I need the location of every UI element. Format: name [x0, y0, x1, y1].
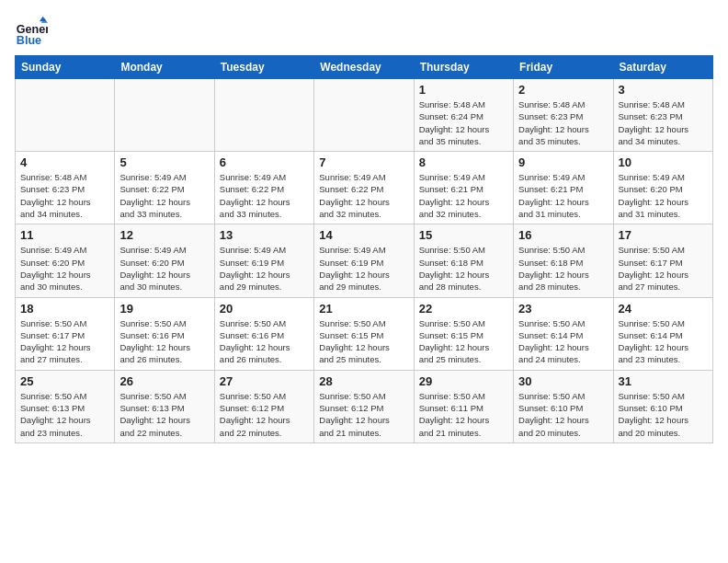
day-number: 23: [518, 302, 608, 316]
day-info: Sunrise: 5:48 AM Sunset: 6:23 PM Dayligh…: [619, 98, 708, 147]
day-info: Sunrise: 5:48 AM Sunset: 6:23 PM Dayligh…: [518, 98, 608, 147]
calendar-day: 27Sunrise: 5:50 AM Sunset: 6:12 PM Dayli…: [214, 370, 313, 442]
day-number: 8: [419, 155, 508, 169]
day-info: Sunrise: 5:48 AM Sunset: 6:24 PM Dayligh…: [419, 98, 508, 147]
calendar-day: 9Sunrise: 5:49 AM Sunset: 6:21 PM Daylig…: [514, 152, 613, 224]
column-header-saturday: Saturday: [613, 56, 712, 79]
day-info: Sunrise: 5:48 AM Sunset: 6:23 PM Dayligh…: [20, 171, 109, 220]
day-number: 1: [419, 83, 508, 97]
day-number: 25: [20, 374, 109, 388]
day-info: Sunrise: 5:50 AM Sunset: 6:13 PM Dayligh…: [119, 390, 209, 439]
calendar-day: 15Sunrise: 5:50 AM Sunset: 6:18 PM Dayli…: [414, 224, 513, 297]
calendar-week-4: 18Sunrise: 5:50 AM Sunset: 6:17 PM Dayli…: [16, 297, 713, 370]
day-number: 30: [518, 374, 608, 388]
day-info: Sunrise: 5:50 AM Sunset: 6:12 PM Dayligh…: [220, 390, 309, 439]
calendar-table: SundayMondayTuesdayWednesdayThursdayFrid…: [15, 55, 713, 443]
day-number: 21: [319, 302, 408, 316]
column-header-wednesday: Wednesday: [314, 56, 414, 79]
calendar-day: [115, 79, 214, 152]
day-number: 9: [518, 155, 608, 169]
svg-text:Blue: Blue: [17, 34, 41, 47]
calendar-body: 1Sunrise: 5:48 AM Sunset: 6:24 PM Daylig…: [16, 79, 713, 443]
calendar-day: 31Sunrise: 5:50 AM Sunset: 6:10 PM Dayli…: [613, 370, 712, 442]
day-info: Sunrise: 5:50 AM Sunset: 6:10 PM Dayligh…: [518, 390, 608, 439]
calendar-week-2: 4Sunrise: 5:48 AM Sunset: 6:23 PM Daylig…: [16, 152, 713, 224]
day-info: Sunrise: 5:50 AM Sunset: 6:14 PM Dayligh…: [518, 317, 608, 366]
day-number: 11: [20, 228, 109, 242]
calendar-day: 29Sunrise: 5:50 AM Sunset: 6:11 PM Dayli…: [414, 370, 513, 442]
day-info: Sunrise: 5:50 AM Sunset: 6:17 PM Dayligh…: [20, 317, 109, 366]
day-info: Sunrise: 5:50 AM Sunset: 6:18 PM Dayligh…: [518, 244, 608, 293]
day-number: 12: [119, 228, 209, 242]
calendar-header-row: SundayMondayTuesdayWednesdayThursdayFrid…: [16, 56, 713, 79]
day-info: Sunrise: 5:50 AM Sunset: 6:10 PM Dayligh…: [619, 390, 708, 439]
calendar-day: [314, 79, 414, 152]
day-info: Sunrise: 5:50 AM Sunset: 6:18 PM Dayligh…: [419, 244, 508, 293]
day-number: 2: [518, 83, 608, 97]
calendar-day: 4Sunrise: 5:48 AM Sunset: 6:23 PM Daylig…: [16, 152, 115, 224]
day-info: Sunrise: 5:50 AM Sunset: 6:11 PM Dayligh…: [419, 390, 508, 439]
calendar-day: 6Sunrise: 5:49 AM Sunset: 6:22 PM Daylig…: [214, 152, 313, 224]
calendar-day: [16, 79, 115, 152]
column-header-tuesday: Tuesday: [214, 56, 313, 79]
day-number: 6: [220, 155, 309, 169]
calendar-week-1: 1Sunrise: 5:48 AM Sunset: 6:24 PM Daylig…: [16, 79, 713, 152]
day-info: Sunrise: 5:50 AM Sunset: 6:15 PM Dayligh…: [319, 317, 408, 366]
day-info: Sunrise: 5:50 AM Sunset: 6:15 PM Dayligh…: [419, 317, 508, 366]
day-info: Sunrise: 5:50 AM Sunset: 6:16 PM Dayligh…: [119, 317, 209, 366]
calendar-day: [214, 79, 313, 152]
day-number: 17: [619, 228, 708, 242]
calendar-day: 10Sunrise: 5:49 AM Sunset: 6:20 PM Dayli…: [613, 152, 712, 224]
day-info: Sunrise: 5:49 AM Sunset: 6:19 PM Dayligh…: [220, 244, 309, 293]
calendar-day: 22Sunrise: 5:50 AM Sunset: 6:15 PM Dayli…: [414, 297, 513, 370]
day-info: Sunrise: 5:50 AM Sunset: 6:16 PM Dayligh…: [220, 317, 309, 366]
day-info: Sunrise: 5:50 AM Sunset: 6:14 PM Dayligh…: [619, 317, 708, 366]
calendar-day: 8Sunrise: 5:49 AM Sunset: 6:21 PM Daylig…: [414, 152, 513, 224]
calendar-day: 17Sunrise: 5:50 AM Sunset: 6:17 PM Dayli…: [613, 224, 712, 297]
calendar-day: 12Sunrise: 5:49 AM Sunset: 6:20 PM Dayli…: [115, 224, 214, 297]
calendar-day: 14Sunrise: 5:49 AM Sunset: 6:19 PM Dayli…: [314, 224, 414, 297]
calendar-day: 23Sunrise: 5:50 AM Sunset: 6:14 PM Dayli…: [514, 297, 613, 370]
column-header-monday: Monday: [115, 56, 214, 79]
day-number: 22: [419, 302, 508, 316]
calendar-day: 16Sunrise: 5:50 AM Sunset: 6:18 PM Dayli…: [514, 224, 613, 297]
calendar-day: 19Sunrise: 5:50 AM Sunset: 6:16 PM Dayli…: [115, 297, 214, 370]
day-number: 20: [220, 302, 309, 316]
logo-icon: General Blue: [15, 15, 48, 48]
calendar-day: 26Sunrise: 5:50 AM Sunset: 6:13 PM Dayli…: [115, 370, 214, 442]
calendar-day: 24Sunrise: 5:50 AM Sunset: 6:14 PM Dayli…: [613, 297, 712, 370]
calendar-day: 11Sunrise: 5:49 AM Sunset: 6:20 PM Dayli…: [16, 224, 115, 297]
calendar-day: 1Sunrise: 5:48 AM Sunset: 6:24 PM Daylig…: [414, 79, 513, 152]
calendar-day: 30Sunrise: 5:50 AM Sunset: 6:10 PM Dayli…: [514, 370, 613, 442]
day-number: 24: [619, 302, 708, 316]
day-info: Sunrise: 5:49 AM Sunset: 6:21 PM Dayligh…: [518, 171, 608, 220]
day-number: 31: [619, 374, 708, 388]
day-number: 3: [619, 83, 708, 97]
day-info: Sunrise: 5:49 AM Sunset: 6:20 PM Dayligh…: [119, 244, 209, 293]
day-number: 10: [619, 155, 708, 169]
day-number: 4: [20, 155, 109, 169]
day-info: Sunrise: 5:49 AM Sunset: 6:20 PM Dayligh…: [619, 171, 708, 220]
column-header-sunday: Sunday: [16, 56, 115, 79]
calendar-day: 21Sunrise: 5:50 AM Sunset: 6:15 PM Dayli…: [314, 297, 414, 370]
day-info: Sunrise: 5:49 AM Sunset: 6:20 PM Dayligh…: [20, 244, 109, 293]
day-number: 7: [319, 155, 408, 169]
day-info: Sunrise: 5:49 AM Sunset: 6:21 PM Dayligh…: [419, 171, 508, 220]
day-info: Sunrise: 5:49 AM Sunset: 6:19 PM Dayligh…: [319, 244, 408, 293]
calendar-day: 18Sunrise: 5:50 AM Sunset: 6:17 PM Dayli…: [16, 297, 115, 370]
calendar-day: 5Sunrise: 5:49 AM Sunset: 6:22 PM Daylig…: [115, 152, 214, 224]
day-info: Sunrise: 5:50 AM Sunset: 6:12 PM Dayligh…: [319, 390, 408, 439]
day-number: 15: [419, 228, 508, 242]
day-info: Sunrise: 5:50 AM Sunset: 6:13 PM Dayligh…: [20, 390, 109, 439]
calendar-week-5: 25Sunrise: 5:50 AM Sunset: 6:13 PM Dayli…: [16, 370, 713, 442]
logo[interactable]: General Blue: [15, 15, 48, 48]
day-info: Sunrise: 5:49 AM Sunset: 6:22 PM Dayligh…: [119, 171, 209, 220]
calendar-day: 20Sunrise: 5:50 AM Sunset: 6:16 PM Dayli…: [214, 297, 313, 370]
calendar-day: 28Sunrise: 5:50 AM Sunset: 6:12 PM Dayli…: [314, 370, 414, 442]
day-number: 28: [319, 374, 408, 388]
day-info: Sunrise: 5:49 AM Sunset: 6:22 PM Dayligh…: [220, 171, 309, 220]
calendar-week-3: 11Sunrise: 5:49 AM Sunset: 6:20 PM Dayli…: [16, 224, 713, 297]
column-header-friday: Friday: [514, 56, 613, 79]
day-info: Sunrise: 5:50 AM Sunset: 6:17 PM Dayligh…: [619, 244, 708, 293]
day-number: 18: [20, 302, 109, 316]
